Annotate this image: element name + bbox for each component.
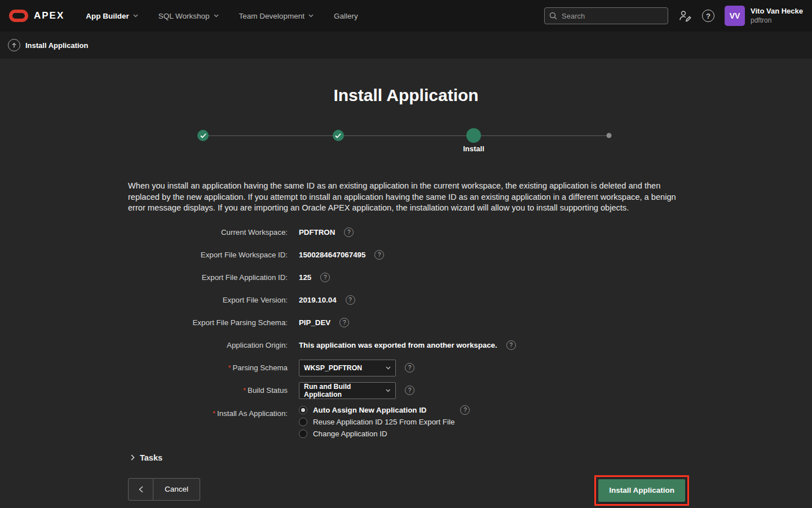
help-icon[interactable]	[320, 273, 330, 282]
form-row: Build Status Run and Build Application	[0, 379, 812, 402]
help-icon	[702, 10, 714, 22]
field-value: 2019.10.04	[299, 296, 337, 304]
parsing-schema-select[interactable]: WKSP_PDFTRON	[299, 360, 396, 376]
chevron-left-icon	[139, 486, 143, 493]
select-value: WKSP_PDFTRON	[304, 364, 362, 372]
footer-left-buttons: Cancel	[128, 478, 200, 501]
field-value: PIP_DEV	[299, 318, 330, 327]
annotation-highlight: Install Application	[594, 475, 689, 506]
radio-label: Change Application ID	[313, 430, 387, 438]
field-label: Install As Application:	[0, 409, 288, 418]
search-icon	[549, 12, 557, 20]
select-value: Run and Build Application	[304, 383, 386, 398]
field-label: Parsing Schema	[0, 364, 288, 372]
wizard-footer: Cancel Install Application	[0, 478, 812, 505]
install-form: Current Workspace: PDFTRON Export File W…	[0, 221, 812, 442]
nav-label: App Builder	[86, 12, 129, 20]
cancel-button[interactable]: Cancel	[153, 478, 200, 501]
chevron-down-icon	[386, 366, 391, 370]
radio-button-icon	[299, 430, 307, 438]
brand-name: APEX	[34, 10, 64, 21]
field-label: Build Status	[0, 386, 288, 395]
field-label: Export File Workspace ID:	[0, 251, 288, 259]
chevron-right-icon	[131, 454, 135, 461]
install-as-radio-group: Auto Assign New Application ID Reuse App…	[299, 402, 470, 442]
check-icon	[335, 133, 341, 138]
build-status-select[interactable]: Run and Build Application	[299, 382, 396, 399]
back-button[interactable]	[128, 478, 153, 501]
nav-label: Gallery	[334, 12, 358, 20]
user-name: Vito Van Hecke	[751, 7, 803, 16]
wizard-step-2-complete	[333, 130, 344, 141]
chevron-down-icon	[214, 14, 219, 17]
radio-button-icon	[299, 418, 307, 426]
required-marker	[228, 364, 231, 372]
field-value: 125	[299, 273, 311, 282]
field-value: 1500284647067495	[299, 251, 365, 259]
field-label: Application Origin:	[0, 341, 288, 349]
field-label: Current Workspace:	[0, 228, 288, 237]
nav-label: Team Development	[239, 12, 304, 20]
install-description: When you install an application having t…	[128, 181, 686, 214]
apex-logo[interactable]: APEX	[9, 10, 64, 22]
help-button[interactable]	[702, 10, 714, 22]
form-row: Parsing Schema WKSP_PDFTRON	[0, 357, 812, 379]
oracle-logo-icon	[9, 10, 28, 22]
field-label: Export File Version:	[0, 296, 288, 304]
nav-label: SQL Workshop	[158, 12, 210, 20]
wizard-step-label: Install	[463, 144, 484, 153]
help-icon[interactable]	[405, 363, 414, 373]
search-box	[544, 7, 668, 24]
help-icon[interactable]	[344, 227, 354, 237]
wizard-progress: Install	[203, 128, 609, 161]
up-arrow-icon[interactable]	[8, 39, 20, 51]
nav-sql-workshop[interactable]: SQL Workshop	[148, 0, 229, 32]
search-input[interactable]	[561, 11, 663, 21]
radio-auto-assign-id[interactable]: Auto Assign New Application ID	[299, 405, 470, 415]
install-application-button[interactable]: Install Application	[598, 479, 685, 502]
help-icon[interactable]	[339, 318, 349, 327]
progress-track	[203, 135, 609, 136]
required-marker	[213, 409, 215, 418]
nav-team-development[interactable]: Team Development	[229, 0, 324, 32]
main-content: Install Application Install When you ins…	[0, 85, 812, 505]
chevron-down-icon	[308, 14, 314, 17]
user-meta: Vito Van Hecke pdftron	[751, 7, 803, 24]
help-icon[interactable]	[374, 250, 384, 260]
wizard-step-4-todo	[607, 133, 612, 138]
form-row: Export File Workspace ID: 15002846470674…	[0, 244, 812, 266]
breadcrumb-bar: Install Application	[0, 32, 812, 59]
page-title: Install Application	[0, 85, 812, 106]
radio-label: Reuse Application ID 125 From Export Fil…	[313, 418, 454, 426]
wizard-step-1-complete	[197, 130, 209, 141]
main-nav: App Builder SQL Workshop Team Developmen…	[76, 0, 368, 32]
help-icon[interactable]	[460, 405, 470, 415]
form-row: Export File Parsing Schema: PIP_DEV	[0, 312, 812, 334]
chevron-down-icon	[386, 389, 391, 392]
nav-gallery[interactable]: Gallery	[324, 0, 368, 32]
form-row-install-as: Install As Application: Auto Assign New …	[0, 402, 812, 442]
check-icon	[200, 133, 206, 138]
wizard-step-3-current	[466, 128, 481, 143]
form-row: Export File Version: 2019.10.04	[0, 289, 812, 312]
chevron-down-icon	[133, 14, 138, 17]
user-workspace: pdftron	[751, 16, 803, 25]
required-marker	[243, 386, 246, 395]
field-value: This application was exported from anoth…	[299, 341, 497, 349]
radio-button-icon	[299, 406, 307, 414]
radio-reuse-id[interactable]: Reuse Application ID 125 From Export Fil…	[299, 417, 470, 427]
radio-change-id[interactable]: Change Application ID	[299, 429, 470, 439]
tasks-label: Tasks	[140, 453, 162, 462]
help-icon[interactable]	[346, 295, 355, 305]
form-row: Current Workspace: PDFTRON	[0, 221, 812, 244]
tasks-region-toggle[interactable]: Tasks	[131, 453, 812, 462]
field-label: Export File Parsing Schema:	[0, 318, 288, 327]
breadcrumb: Install Application	[25, 41, 88, 50]
nav-app-builder[interactable]: App Builder	[76, 0, 148, 32]
avatar[interactable]: VV	[725, 6, 745, 26]
help-icon[interactable]	[405, 386, 414, 395]
admin-services-button[interactable]	[678, 10, 692, 22]
form-row: Application Origin: This application was…	[0, 334, 812, 357]
form-row: Export File Application ID: 125	[0, 266, 812, 289]
help-icon[interactable]	[506, 340, 516, 350]
